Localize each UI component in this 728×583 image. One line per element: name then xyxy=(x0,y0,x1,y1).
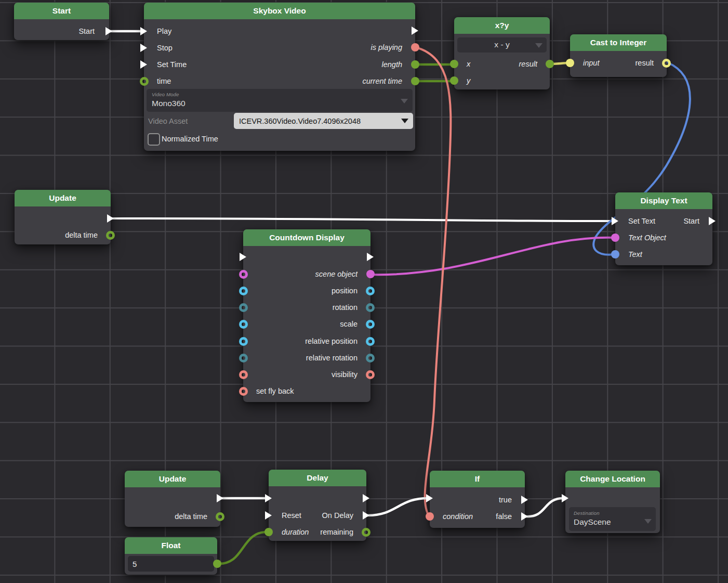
value-output-port-scene-object[interactable] xyxy=(366,270,375,278)
port-label-reset: Reset xyxy=(282,510,301,521)
value-input-port-relative-position[interactable] xyxy=(239,337,248,346)
value-output-port-current-time[interactable] xyxy=(411,77,419,85)
node-cast-to-integer[interactable]: Cast to Integer input result xyxy=(570,34,667,77)
operator-dropdown[interactable]: x - y xyxy=(457,37,547,53)
flow-output-port-start[interactable] xyxy=(709,217,716,225)
flow-input-port[interactable] xyxy=(426,494,433,502)
node-update-top[interactable]: Update delta time xyxy=(15,190,111,244)
port-label-start-out: Start xyxy=(78,26,95,36)
value-input-port-scene-object[interactable] xyxy=(239,270,248,279)
port-label-start-out: Start xyxy=(683,216,699,226)
flow-input-port-set-time[interactable] xyxy=(140,60,147,69)
value-output-port-scale[interactable] xyxy=(366,320,375,329)
value-input-port-text[interactable] xyxy=(611,250,619,258)
port-label-relative-rotation: relative rotation xyxy=(306,353,358,363)
wire-isplaying-to-condition[interactable] xyxy=(416,47,451,516)
value-input-port-rotation[interactable] xyxy=(239,303,248,312)
node-title-delay[interactable]: Delay xyxy=(269,470,366,486)
flow-input-port-reset[interactable] xyxy=(265,511,272,520)
flow-output-port-on-delay[interactable] xyxy=(363,511,369,520)
node-title-update[interactable]: Update xyxy=(125,471,220,487)
value-output-port-delta-time[interactable] xyxy=(106,231,115,240)
wire-float-to-duration[interactable] xyxy=(218,532,268,564)
value-output-port-length[interactable] xyxy=(411,60,419,69)
flow-output-port[interactable] xyxy=(217,494,223,502)
wire-ondelay-to-if[interactable] xyxy=(367,498,429,515)
flow-output-port[interactable] xyxy=(412,27,418,35)
value-input-port-time[interactable] xyxy=(140,77,149,86)
port-label-relative-position: relative position xyxy=(305,336,358,346)
value-output-port-position[interactable] xyxy=(366,287,375,295)
value-output-port-remaining[interactable] xyxy=(362,528,370,537)
node-if[interactable]: If condition true false xyxy=(430,471,525,528)
value-input-port-relative-rotation[interactable] xyxy=(239,354,248,362)
value-output-port-delta-time[interactable] xyxy=(216,512,224,521)
value-output-port-relative-position[interactable] xyxy=(366,337,375,346)
node-start[interactable]: Start Start xyxy=(14,3,109,40)
value-input-port-condition[interactable] xyxy=(426,512,434,521)
flow-input-port-stop[interactable] xyxy=(140,44,147,52)
value-output-port-visibility[interactable] xyxy=(366,370,375,379)
value-output-port-rotation[interactable] xyxy=(366,303,375,312)
node-title-start[interactable]: Start xyxy=(14,3,109,19)
port-label-condition: condition xyxy=(443,511,473,522)
destination-value: DayScene xyxy=(574,517,611,527)
value-input-port-text-object[interactable] xyxy=(611,234,619,242)
node-graph-canvas[interactable]: Start Start Skybox Video Play Stop Set T… xyxy=(0,0,728,583)
flow-input-port[interactable] xyxy=(562,494,568,502)
node-title-if[interactable]: If xyxy=(430,471,525,487)
node-title-float[interactable]: Float xyxy=(125,537,217,554)
value-output-port-result[interactable] xyxy=(662,59,671,68)
wire-sceneobject-to-textobject[interactable] xyxy=(371,238,615,275)
node-title-update[interactable]: Update xyxy=(15,190,111,206)
flow-output-port[interactable] xyxy=(105,27,112,35)
flow-output-port-false[interactable] xyxy=(521,512,528,521)
node-delay[interactable]: Delay Reset duration On Delay remaining xyxy=(269,470,366,541)
wire-update-to-settext[interactable] xyxy=(111,218,612,221)
node-title-display-text[interactable]: Display Text xyxy=(615,192,712,209)
destination-dropdown[interactable]: Destination DayScene xyxy=(569,507,656,531)
node-change-location[interactable]: Change Location Destination DayScene xyxy=(565,471,660,533)
flow-input-port-play[interactable] xyxy=(140,27,147,35)
video-asset-dropdown[interactable]: ICEVR.360Video.Video7.4096x2048 xyxy=(234,113,413,129)
operator-value: x - y xyxy=(457,40,547,49)
value-input-port-position[interactable] xyxy=(239,287,248,295)
video-mode-dropdown[interactable]: Video Mode Mono360 xyxy=(147,89,413,112)
value-output-port-is-playing[interactable] xyxy=(411,43,419,51)
port-label-current-time: current time xyxy=(362,76,402,86)
port-label-delta-time: delta time xyxy=(65,230,98,240)
flow-output-port[interactable] xyxy=(367,253,374,261)
node-float[interactable]: Float 5 xyxy=(125,537,217,575)
flow-output-port-true[interactable] xyxy=(521,496,528,504)
value-input-port-duration[interactable] xyxy=(264,528,273,536)
value-input-port-x[interactable] xyxy=(450,60,458,68)
node-title-cast[interactable]: Cast to Integer xyxy=(570,34,667,51)
node-skybox-video[interactable]: Skybox Video Play Stop Set Time time is … xyxy=(144,3,415,151)
value-output-port-result[interactable] xyxy=(546,60,554,68)
float-value-input[interactable]: 5 xyxy=(128,556,214,572)
flow-output-port[interactable] xyxy=(107,214,114,223)
node-xy-operator[interactable]: x?y x - y x y result xyxy=(454,17,550,89)
node-title-change-location[interactable]: Change Location xyxy=(565,471,660,487)
normalized-time-checkbox[interactable] xyxy=(148,133,160,146)
flow-input-port[interactable] xyxy=(265,494,272,502)
video-asset-label: Video Asset xyxy=(148,116,188,126)
node-title-countdown-display[interactable]: Countdown Display xyxy=(243,229,370,246)
wire-false-to-changelocation[interactable] xyxy=(525,498,565,516)
value-output-port-float[interactable] xyxy=(213,560,221,568)
value-input-port-y[interactable] xyxy=(450,76,458,85)
value-input-port-visibility[interactable] xyxy=(239,370,248,379)
flow-output-port[interactable] xyxy=(363,494,369,502)
node-title-xy[interactable]: x?y xyxy=(454,17,550,34)
value-input-port-scale[interactable] xyxy=(239,320,248,329)
node-update-bottom[interactable]: Update delta time xyxy=(125,471,220,527)
node-display-text[interactable]: Display Text Set Text Start Text Object … xyxy=(615,192,712,265)
value-input-port-set-fly-back[interactable] xyxy=(239,387,248,396)
port-label-set-text: Set Text xyxy=(628,216,655,226)
value-output-port-relative-rotation[interactable] xyxy=(366,354,375,362)
flow-input-port[interactable] xyxy=(240,253,246,261)
node-countdown-display[interactable]: Countdown Display set fly back scene obj… xyxy=(243,229,370,402)
node-title-skybox-video[interactable]: Skybox Video xyxy=(144,3,415,19)
value-input-port-input[interactable] xyxy=(566,59,574,67)
flow-input-port-set-text[interactable] xyxy=(612,217,618,225)
